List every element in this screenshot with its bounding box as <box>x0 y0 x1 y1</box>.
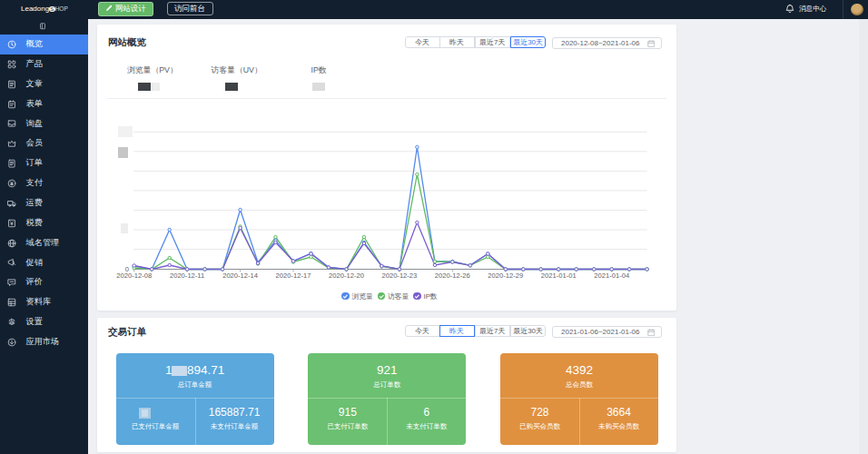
svg-text:2020-12-17: 2020-12-17 <box>276 271 311 280</box>
svg-text:2020-12-23: 2020-12-23 <box>381 271 417 280</box>
svg-text:2021-01-01: 2021-01-01 <box>541 271 577 280</box>
svg-text:2020-12-29: 2020-12-29 <box>488 271 523 280</box>
svg-text:2020-12-11: 2020-12-11 <box>170 271 204 280</box>
svg-text:2020-12-20: 2020-12-20 <box>329 271 364 280</box>
svg-text:2021-01-04: 2021-01-04 <box>594 271 629 280</box>
svg-text:2020-12-08: 2020-12-08 <box>116 271 152 280</box>
svg-text:2020-12-26: 2020-12-26 <box>435 271 470 280</box>
svg-text:2020-12-14: 2020-12-14 <box>222 271 258 280</box>
